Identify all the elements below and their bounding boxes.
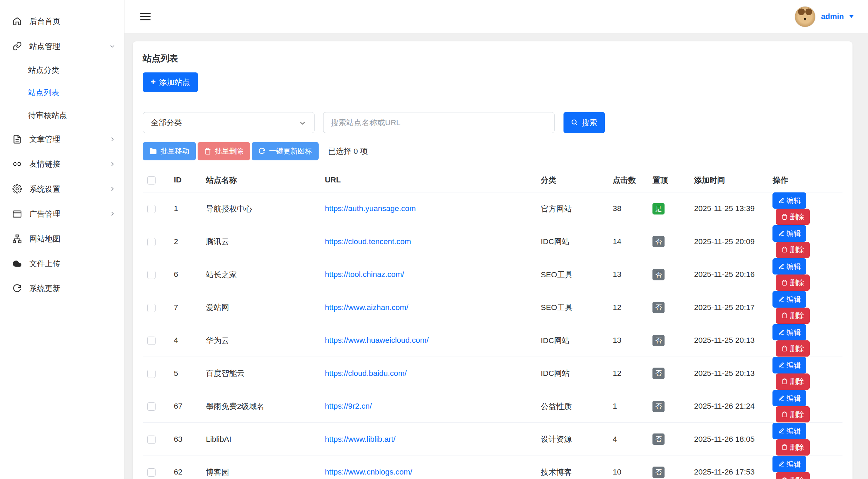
site-url-link[interactable]: https://cloud.baidu.com/ <box>325 369 407 378</box>
row-id: 2 <box>169 225 201 258</box>
edit-button[interactable]: 编辑 <box>772 192 806 209</box>
added-time: 2025-11-25 20:13 <box>690 357 768 390</box>
click-count: 14 <box>608 225 648 258</box>
search-button-label: 搜索 <box>582 117 597 128</box>
delete-button[interactable]: 删除 <box>776 242 810 258</box>
row-id: 63 <box>169 423 201 456</box>
delete-button-label: 删除 <box>790 410 804 419</box>
delete-button[interactable]: 删除 <box>776 275 810 291</box>
edit-button-label: 编辑 <box>787 328 801 337</box>
update-icons-button[interactable]: 一键更新图标 <box>252 142 319 160</box>
row-id: 4 <box>169 324 201 357</box>
row-checkbox[interactable] <box>147 205 156 213</box>
sidebar-item-site-management[interactable]: 站点管理 <box>0 34 124 59</box>
sidebar-item-system-update[interactable]: 系统更新 <box>0 276 124 301</box>
trash-icon <box>781 346 788 352</box>
row-checkbox[interactable] <box>147 304 156 312</box>
top-badge: 否 <box>652 335 665 346</box>
sidebar-item-dashboard[interactable]: 后台首页 <box>0 9 124 34</box>
row-checkbox[interactable] <box>147 468 156 477</box>
site-url-link[interactable]: https://www.huaweicloud.com/ <box>325 336 429 345</box>
pencil-icon <box>778 198 785 204</box>
add-site-button[interactable]: + 添加站点 <box>143 72 198 92</box>
row-checkbox[interactable] <box>147 370 156 378</box>
pencil-icon <box>778 428 785 434</box>
table-row: 5 百度智能云 https://cloud.baidu.com/ IDC网站 1… <box>143 357 842 390</box>
sidebar-item-site-list[interactable]: 站点列表 <box>0 81 124 104</box>
bulk-move-button[interactable]: 批量移动 <box>143 142 196 160</box>
avatar[interactable] <box>795 6 816 27</box>
added-time: 2025-11-25 20:09 <box>690 225 768 258</box>
delete-button-label: 删除 <box>790 311 804 320</box>
row-checkbox[interactable] <box>147 337 156 345</box>
delete-button[interactable]: 删除 <box>776 373 810 390</box>
row-id: 1 <box>169 192 201 225</box>
sidebar-item-system-settings[interactable]: 系统设置 <box>0 177 124 201</box>
chain-icon <box>12 159 22 169</box>
document-icon <box>12 134 22 144</box>
bulk-actions-row: 批量移动 批量删除 一键更新图标 已选择 0 项 <box>143 142 842 160</box>
sidebar-item-site-category[interactable]: 站点分类 <box>0 59 124 81</box>
sidebar-item-label: 系统设置 <box>29 184 60 194</box>
sidebar-item-friend-links[interactable]: 友情链接 <box>0 152 124 177</box>
site-url-link[interactable]: https://auth.yuansage.com <box>325 204 416 213</box>
delete-button[interactable]: 删除 <box>776 406 810 422</box>
row-checkbox[interactable] <box>147 238 156 246</box>
site-name: 博客园 <box>201 456 320 479</box>
edit-button[interactable]: 编辑 <box>772 357 806 373</box>
edit-button[interactable]: 编辑 <box>772 456 806 472</box>
hamburger-menu-icon[interactable] <box>139 11 152 23</box>
chevron-right-icon <box>109 136 116 142</box>
site-url-link[interactable]: https://tool.chinaz.com/ <box>325 270 404 279</box>
main-area: admin 站点列表 + 添加站点 全部分类 <box>124 0 868 479</box>
trash-icon <box>781 214 788 220</box>
edit-button[interactable]: 编辑 <box>772 390 806 406</box>
row-id: 7 <box>169 291 201 324</box>
table-header-row: ID 站点名称 URL 分类 点击数 置顶 添加时间 操作 <box>143 168 842 192</box>
site-url-link[interactable]: https://www.liblib.art/ <box>325 435 396 443</box>
sidebar-item-article-management[interactable]: 文章管理 <box>0 127 124 152</box>
delete-button[interactable]: 删除 <box>776 439 810 456</box>
search-button[interactable]: 搜索 <box>563 112 605 133</box>
refresh-icon <box>12 283 22 293</box>
site-category: SEO工具 <box>536 291 608 324</box>
table-row: 2 腾讯云 https://cloud.tencent.com IDC网站 14… <box>143 225 842 258</box>
category-select[interactable]: 全部分类 <box>143 112 315 133</box>
added-time: 2025-11-26 21:24 <box>690 390 768 423</box>
edit-button[interactable]: 编辑 <box>772 324 806 340</box>
row-id: 67 <box>169 390 201 423</box>
edit-button[interactable]: 编辑 <box>772 225 806 241</box>
divider <box>133 101 852 101</box>
table-row: 62 博客园 https://www.cnblogs.com/ 技术博客 10 … <box>143 456 842 479</box>
edit-button-label: 编辑 <box>787 262 801 271</box>
sidebar-item-ad-management[interactable]: 广告管理 <box>0 201 124 226</box>
site-url-link[interactable]: https://cloud.tencent.com <box>325 237 411 246</box>
site-url-link[interactable]: https://www.cnblogs.com/ <box>325 468 412 476</box>
sidebar-item-file-upload[interactable]: 文件上传 <box>0 251 124 276</box>
bulk-delete-button[interactable]: 批量删除 <box>198 142 250 160</box>
row-checkbox[interactable] <box>147 271 156 279</box>
select-all-checkbox[interactable] <box>147 176 156 184</box>
delete-button[interactable]: 删除 <box>776 340 810 357</box>
refresh-icon <box>258 148 266 155</box>
edit-button[interactable]: 编辑 <box>772 291 806 307</box>
search-input[interactable] <box>323 112 555 133</box>
site-url-link[interactable]: https://www.aizhan.com/ <box>325 303 408 312</box>
row-checkbox[interactable] <box>147 436 156 444</box>
sidebar-item-sitemap[interactable]: 网站地图 <box>0 226 124 251</box>
sidebar-item-pending-sites[interactable]: 待审核站点 <box>0 104 124 127</box>
sidebar-item-label: 系统更新 <box>29 283 60 294</box>
site-category: 官方网站 <box>536 192 608 225</box>
delete-button[interactable]: 删除 <box>776 308 810 324</box>
trash-icon <box>781 378 788 385</box>
edit-button[interactable]: 编辑 <box>772 258 806 275</box>
delete-button[interactable]: 删除 <box>776 472 810 479</box>
edit-button[interactable]: 编辑 <box>772 423 806 439</box>
site-url-link[interactable]: https://9r2.cn/ <box>325 402 372 410</box>
row-checkbox[interactable] <box>147 402 156 411</box>
added-time: 2025-11-25 20:17 <box>690 291 768 324</box>
user-menu[interactable]: admin <box>795 6 854 27</box>
delete-button[interactable]: 删除 <box>776 209 810 225</box>
pencil-icon <box>778 362 785 368</box>
category-select-value: 全部分类 <box>151 117 182 128</box>
